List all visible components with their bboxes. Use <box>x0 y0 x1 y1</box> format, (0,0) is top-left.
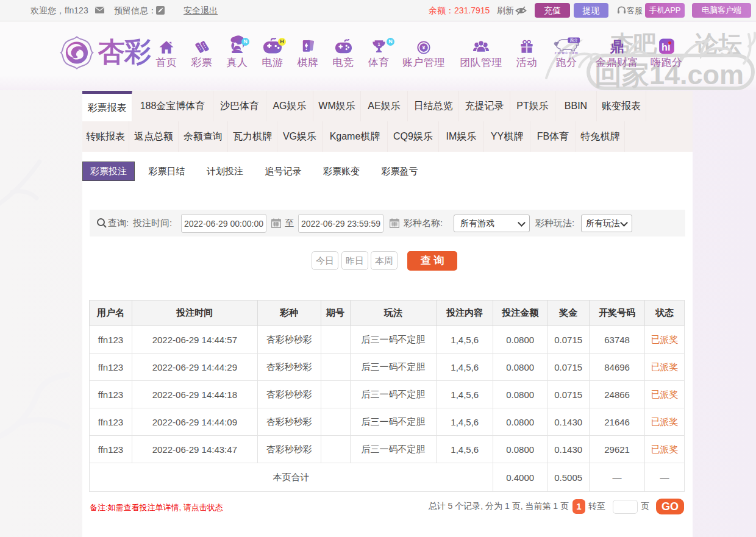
svg-text:Z.W 聚中卫体验: Z.W 聚中卫体验 <box>555 51 579 54</box>
svg-text:跑分: 跑分 <box>570 38 578 43</box>
svg-text:¥: ¥ <box>423 44 426 51</box>
svg-text:1: 1 <box>377 41 380 47</box>
svg-text:鼎: 鼎 <box>610 39 624 54</box>
